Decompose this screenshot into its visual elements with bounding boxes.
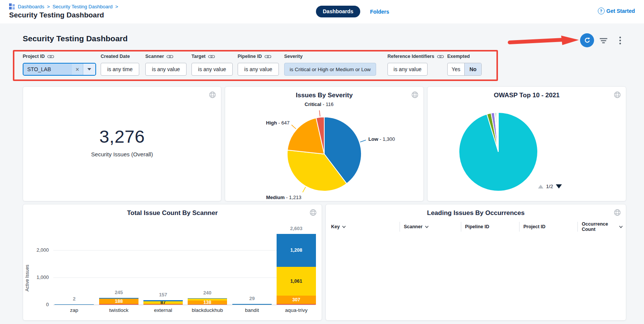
filter-created-date: Created Dateis any time — [101, 53, 139, 76]
clear-x-icon[interactable]: ✕ — [72, 64, 83, 75]
y-axis-tick: 2,000 — [25, 247, 49, 253]
refresh-button[interactable] — [580, 33, 594, 47]
get-started-link[interactable]: ? Get Started — [598, 8, 635, 14]
dashboard-page: Security Testing Dashboard Project IDSTO… — [0, 23, 644, 324]
y-axis-label: Active Issues — [25, 261, 32, 295]
annotation-arrow — [508, 35, 580, 47]
filter-control-pipeline-id[interactable]: is any value — [238, 63, 279, 76]
filter-value[interactable]: STO_LAB — [23, 64, 72, 75]
column-header-project-id[interactable]: Project ID — [519, 222, 577, 232]
link-icon — [166, 55, 173, 59]
filter-label: Created Date — [101, 54, 130, 59]
filter-control-project-id: STO_LAB✕ — [23, 63, 96, 76]
column-header-scanner[interactable]: Scanner — [400, 222, 461, 232]
column-label: Pipeline ID — [465, 224, 489, 229]
dashboards-grid-icon — [9, 3, 15, 9]
tile-leading-issues-by-occurrences: Leading Issues By Occurrences KeyScanner… — [325, 204, 626, 321]
pie-label-leader — [303, 187, 306, 192]
filter-control-target[interactable]: is any value — [191, 63, 233, 76]
filter-reference-identifiers: Reference Identifiersis any value — [387, 53, 444, 76]
breadcrumb-separator: > — [47, 4, 50, 9]
page-up-icon[interactable] — [538, 185, 543, 188]
chevron-down-icon — [425, 226, 429, 228]
filter-label: Reference Identifiers — [387, 54, 434, 59]
column-label: Occurrence Count — [582, 221, 617, 232]
refresh-icon — [583, 37, 591, 44]
bar-segment-bandit-blue[interactable] — [232, 304, 272, 305]
filter-label: Exempted — [447, 54, 470, 59]
bar-segment-blackduckhub-yellow[interactable] — [188, 299, 227, 301]
globe-icon — [614, 209, 621, 216]
breadcrumb-current[interactable]: Security Testing Dashboard — [53, 4, 113, 9]
pie-slice-label: Medium - 1,213 — [266, 195, 301, 200]
breadcrumb-separator: > — [115, 4, 118, 9]
tile-owasp-top-10: OWASP Top 10 - 2021 1/2 — [427, 86, 626, 201]
y-axis-tick: 0 — [25, 302, 49, 307]
filter-bar: Project IDSTO_LAB✕Created Dateis any tim… — [23, 53, 492, 76]
gridline — [53, 305, 315, 305]
page-down-icon[interactable] — [556, 184, 562, 188]
bar-segment-value: 1,061 — [277, 278, 316, 284]
filter-toolbar-button[interactable] — [599, 36, 608, 45]
bar-segment-value: 188 — [99, 298, 138, 304]
tab-dashboards[interactable]: Dashboards — [316, 6, 360, 17]
bar-total-value: 2 — [54, 296, 94, 302]
tab-folders[interactable]: Folders — [370, 9, 389, 15]
bar-segment-zap-blue[interactable] — [54, 304, 94, 305]
chevron-down-icon — [619, 226, 623, 228]
link-icon — [264, 55, 271, 59]
tile-security-issues-overall: 3,276 Security Issues (Overall) — [23, 86, 221, 201]
filter-severity: Severityis Critical or High or Medium or… — [284, 53, 376, 76]
filter-label: Pipeline ID — [238, 54, 262, 59]
dashboard-title: Security Testing Dashboard — [23, 34, 128, 43]
filter-control-exempted: YesNo — [447, 63, 482, 76]
view-tabs: Dashboards Folders — [316, 6, 389, 17]
pie-slice-label: Low - 1,300 — [369, 136, 395, 142]
pie-slice-label: Critical - 116 — [305, 101, 333, 107]
stacked-bar-chart: 01,0002,000Active Issues2zap188245twistl… — [23, 204, 322, 320]
filter-label: Target — [191, 54, 205, 59]
column-label: Project ID — [523, 224, 545, 229]
bar-segment-value: 307 — [277, 297, 316, 303]
column-header-pipeline-id[interactable]: Pipeline ID — [461, 222, 519, 232]
filter-control-created-date[interactable]: is any time — [101, 63, 139, 76]
filter-scanner: Scanneris any value — [145, 53, 187, 76]
column-header-occurrence-count[interactable]: Occurrence Count — [577, 222, 623, 232]
filter-control-severity[interactable]: is Critical or High or Medium or Low — [284, 63, 376, 76]
bar-segment-twistlock-blue[interactable] — [99, 298, 138, 299]
filter-list-icon — [599, 37, 608, 44]
tile-issues-by-severity: Issues By Severity Low - 1,300Medium - 1… — [225, 86, 424, 201]
pie-label-leader — [319, 111, 320, 117]
pie-label-leader — [360, 140, 366, 142]
filter-control-scanner[interactable]: is any value — [145, 63, 187, 76]
bar-total-value: 29 — [232, 296, 272, 301]
dropdown-caret-button[interactable] — [83, 64, 95, 75]
page-title: Security Testing Dashboard — [9, 11, 104, 19]
pie-pagination: 1/2 — [538, 184, 562, 189]
column-header-key[interactable]: Key — [331, 222, 400, 232]
bar-segment-value: 1,208 — [277, 247, 316, 253]
bar-segment-blackduckhub-blue[interactable] — [188, 298, 227, 299]
toggle-option-yes[interactable]: Yes — [448, 63, 464, 75]
globe-icon — [209, 91, 216, 98]
page-indicator: 1/2 — [546, 184, 553, 189]
bar-segment-external-blue[interactable] — [143, 300, 183, 301]
x-axis-category: aqua-trivy — [270, 307, 323, 313]
link-icon — [47, 55, 54, 59]
filter-label: Scanner — [145, 54, 164, 59]
more-options-button[interactable] — [615, 36, 625, 45]
gridline — [53, 277, 315, 278]
filter-label: Project ID — [23, 54, 45, 59]
table-header-row: KeyScannerPipeline IDProject IDOccurrenc… — [331, 222, 623, 232]
toggle-option-no[interactable]: No — [464, 63, 481, 75]
top-header: Dashboards > Security Testing Dashboard … — [0, 0, 644, 24]
filter-exempted: ExemptedYesNo — [447, 53, 482, 76]
column-label: Scanner — [404, 224, 422, 229]
get-started-label: Get Started — [607, 8, 635, 14]
filter-control-reference-identifiers[interactable]: is any value — [387, 63, 428, 76]
breadcrumb-dashboards[interactable]: Dashboards — [18, 4, 44, 9]
filter-pipeline-id: Pipeline IDis any value — [238, 53, 279, 76]
bar-segment-aqua-trivy-red[interactable] — [277, 304, 316, 305]
pie-label-leader — [291, 125, 296, 129]
bar-total-value: 240 — [188, 290, 227, 296]
